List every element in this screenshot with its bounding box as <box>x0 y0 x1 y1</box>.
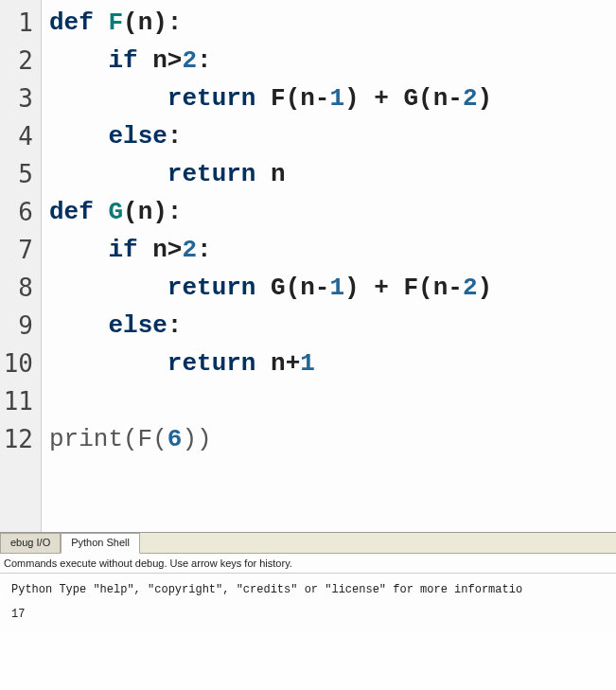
shell-hint: Commands execute without debug. Use arro… <box>0 554 616 574</box>
code-line[interactable]: def F(n): <box>49 4 616 42</box>
line-number: 3 <box>0 80 41 117</box>
line-number: 2 <box>0 42 41 80</box>
line-number: 1 <box>0 4 41 42</box>
code-line[interactable]: return F(n-1) + G(n-2) <box>49 80 616 117</box>
line-number: 10 <box>0 345 41 382</box>
code-line[interactable]: else: <box>49 307 616 345</box>
line-number: 6 <box>0 193 41 231</box>
line-number: 9 <box>0 307 41 345</box>
line-number: 12 <box>0 420 41 458</box>
code-line[interactable]: else: <box>49 117 616 155</box>
bottom-panel: ebug I/O Python Shell Commands execute w… <box>0 532 616 634</box>
shell-output: 17 <box>4 604 612 628</box>
tab-debug-io[interactable]: ebug I/O <box>0 533 61 553</box>
code-line[interactable]: return n <box>49 155 616 193</box>
code-line[interactable]: return n+1 <box>49 345 616 382</box>
line-number: 8 <box>0 269 41 307</box>
tab-python-shell[interactable]: Python Shell <box>61 533 140 554</box>
code-line[interactable]: if n>2: <box>49 231 616 269</box>
code-line[interactable]: def G(n): <box>49 193 616 231</box>
code-line[interactable]: print(F(6)) <box>49 420 616 458</box>
tab-bar: ebug I/O Python Shell <box>0 533 616 554</box>
shell-banner: Python Type "help", "copyright", "credit… <box>4 579 612 604</box>
code-body[interactable]: def F(n): if n>2: return F(n-1) + G(n-2)… <box>42 0 616 532</box>
line-gutter: 1 2 3 4 5 6 7 8 9 10 11 12 <box>0 0 42 532</box>
line-number: 4 <box>0 117 41 155</box>
line-number: 7 <box>0 231 41 269</box>
line-number: 11 <box>0 382 41 420</box>
line-number: 5 <box>0 155 41 193</box>
code-line[interactable]: return G(n-1) + F(n-2) <box>49 269 616 307</box>
shell-body[interactable]: Python Type "help", "copyright", "credit… <box>0 574 616 634</box>
code-line[interactable] <box>49 382 616 420</box>
code-line[interactable]: if n>2: <box>49 42 616 80</box>
code-editor[interactable]: 1 2 3 4 5 6 7 8 9 10 11 12 def F(n): if … <box>0 0 616 532</box>
shell-area[interactable]: Commands execute without debug. Use arro… <box>0 554 616 634</box>
